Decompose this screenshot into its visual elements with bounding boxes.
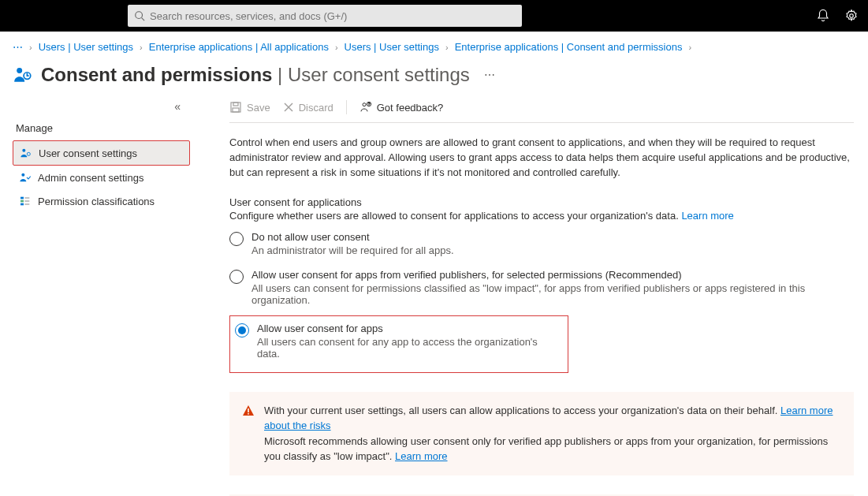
radio-desc: An administrator will be required for al… xyxy=(251,244,454,256)
radio-icon xyxy=(235,323,249,338)
warning-risk: With your current user settings, all use… xyxy=(229,392,854,475)
radio-icon xyxy=(229,270,244,284)
warning-icon xyxy=(242,405,255,417)
breadcrumb: ⋯ › Users | User settings › Enterprise a… xyxy=(13,32,868,64)
toolbar: Save Discard ? Got feedback? xyxy=(229,100,854,123)
sidebar-item-permission-classifications[interactable]: Permission classifications xyxy=(13,189,190,213)
svg-point-3 xyxy=(17,68,22,73)
top-bar xyxy=(0,0,868,32)
svg-rect-9 xyxy=(20,200,24,203)
svg-rect-15 xyxy=(233,103,238,106)
admin-consent-icon xyxy=(19,171,32,184)
user-consent-icon xyxy=(20,147,32,159)
radio-allow-all[interactable]: Allow user consent for apps All users ca… xyxy=(229,315,568,373)
breadcrumb-link[interactable]: Users | User settings xyxy=(345,41,439,53)
svg-rect-8 xyxy=(20,197,24,200)
sidebar-heading: Manage xyxy=(13,117,190,140)
sidebar-item-label: User consent settings xyxy=(39,147,137,159)
breadcrumb-more[interactable]: ⋯ xyxy=(13,41,23,53)
page-title-row: Consent and permissions | User consent s… xyxy=(13,64,868,86)
notifications-icon[interactable] xyxy=(816,9,830,23)
svg-rect-22 xyxy=(248,408,249,412)
sidebar-item-label: Permission classifications xyxy=(38,196,155,207)
svg-point-6 xyxy=(27,152,30,155)
learn-more-link[interactable]: Learn more xyxy=(395,450,447,462)
radio-desc: All users can consent for any app to acc… xyxy=(257,336,563,360)
page-title: Consent and permissions | User consent s… xyxy=(41,64,470,86)
svg-rect-10 xyxy=(20,203,24,206)
more-actions[interactable]: ⋯ xyxy=(484,69,495,81)
sidebar: « Manage User consent settings Admin con… xyxy=(13,100,198,496)
section-heading: User consent for applications xyxy=(229,196,854,208)
save-icon xyxy=(229,101,242,114)
search-icon xyxy=(134,10,145,21)
search-input[interactable] xyxy=(150,10,516,22)
radio-title: Allow user consent for apps xyxy=(257,323,563,334)
main-content: Save Discard ? Got feedback? Control whe… xyxy=(198,100,868,496)
svg-point-0 xyxy=(136,12,143,19)
section-sub: Configure whether users are allowed to c… xyxy=(229,210,854,222)
svg-line-1 xyxy=(142,18,145,21)
intro-text: Control when end users and group owners … xyxy=(229,136,854,181)
svg-point-5 xyxy=(22,149,25,152)
settings-icon[interactable] xyxy=(844,9,859,23)
consent-icon xyxy=(13,65,33,85)
feedback-icon: ? xyxy=(359,101,372,114)
breadcrumb-link[interactable]: Enterprise applications | Consent and pe… xyxy=(455,41,683,53)
radio-verified-publishers[interactable]: Allow user consent for apps from verifie… xyxy=(229,266,854,309)
svg-point-2 xyxy=(850,14,854,18)
radio-title: Do not allow user consent xyxy=(251,231,454,243)
breadcrumb-link[interactable]: Users | User settings xyxy=(39,41,133,53)
radio-group-user-consent: Do not allow user consent An administrat… xyxy=(229,228,854,373)
breadcrumb-link[interactable]: Enterprise applications | All applicatio… xyxy=(149,41,329,53)
discard-button[interactable]: Discard xyxy=(283,102,333,114)
svg-rect-23 xyxy=(248,413,249,415)
save-button[interactable]: Save xyxy=(229,101,270,114)
learn-more-link[interactable]: Learn more xyxy=(681,210,733,222)
radio-do-not-allow[interactable]: Do not allow user consent An administrat… xyxy=(229,228,854,259)
permission-classifications-icon xyxy=(19,195,32,207)
sidebar-item-admin-consent[interactable]: Admin consent settings xyxy=(13,166,190,189)
radio-icon xyxy=(229,232,244,246)
radio-title: Allow user consent for apps from verifie… xyxy=(251,269,854,281)
sidebar-item-label: Admin consent settings xyxy=(38,172,143,184)
svg-point-19 xyxy=(363,103,366,106)
discard-icon xyxy=(283,102,294,113)
collapse-sidebar-button[interactable]: « xyxy=(13,100,190,113)
svg-point-7 xyxy=(21,173,24,177)
feedback-button[interactable]: ? Got feedback? xyxy=(359,101,444,114)
sidebar-item-user-consent[interactable]: User consent settings xyxy=(13,140,190,166)
search-box[interactable] xyxy=(128,5,522,27)
radio-desc: All users can consent for permissions cl… xyxy=(251,282,854,306)
svg-rect-16 xyxy=(233,108,239,112)
